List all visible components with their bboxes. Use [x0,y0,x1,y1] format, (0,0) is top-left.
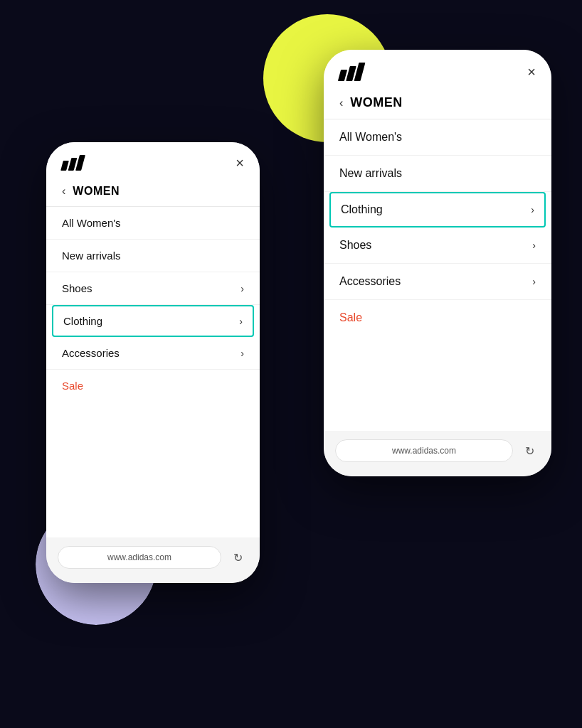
phone-footer-front: www.adidas.com ↻ [46,537,260,583]
menu-item-clothing-back[interactable]: Clothing › [329,192,546,228]
menu-label: Shoes [62,282,92,294]
menu-item-new-arrivals-front[interactable]: New arrivals [46,240,260,272]
menu-item-sale-back[interactable]: Sale [324,300,551,336]
adidas-logo-back [339,63,363,81]
menu-label: New arrivals [339,167,402,180]
menu-item-new-arrivals-back[interactable]: New arrivals [324,156,551,192]
phone-front: × ‹ WOMEN All Women's New arrivals Shoes… [46,142,260,583]
refresh-button-front[interactable]: ↻ [227,547,248,568]
menu-item-accessories-front[interactable]: Accessories › [46,337,260,370]
chevron-icon: › [532,240,536,251]
back-arrow-back[interactable]: ‹ [339,97,343,109]
back-arrow-front[interactable]: ‹ [62,185,65,198]
menu-item-all-womens-back[interactable]: All Women's [324,119,551,156]
menu-label: All Women's [62,217,121,229]
phone-front-header: × [46,142,260,178]
chevron-icon: › [240,283,244,294]
section-title-back: WOMEN [350,95,403,110]
menu-label: All Women's [339,131,402,144]
menu-item-accessories-back[interactable]: Accessories › [324,264,551,300]
menu-item-shoes-back[interactable]: Shoes › [324,228,551,264]
phone-back-header: × [324,50,551,88]
chevron-icon: › [239,316,243,327]
menu-list-back: All Women's New arrivals Clothing › Shoe… [324,119,551,431]
phone-footer-back: www.adidas.com ↻ [324,431,551,476]
menu-label: New arrivals [62,250,121,262]
menu-label: Clothing [63,315,102,327]
menu-label: Shoes [339,239,371,252]
menu-list-front: All Women's New arrivals Shoes › Clothin… [46,207,260,537]
menu-label: Sale [339,311,362,324]
url-bar-back[interactable]: www.adidas.com [335,439,513,462]
menu-item-all-womens-front[interactable]: All Women's [46,207,260,240]
menu-item-clothing-front[interactable]: Clothing › [52,305,254,337]
menu-label: Accessories [339,275,401,288]
url-bar-front[interactable]: www.adidas.com [58,546,221,569]
chevron-icon: › [240,348,244,359]
menu-item-shoes-front[interactable]: Shoes › [46,272,260,305]
phone-back: × ‹ WOMEN All Women's New arrivals Cloth… [324,50,551,476]
refresh-button-back[interactable]: ↻ [519,440,540,461]
close-button-back[interactable]: × [527,65,536,79]
menu-item-sale-front[interactable]: Sale [46,370,260,402]
chevron-icon: › [532,276,536,287]
menu-label: Sale [62,380,83,392]
adidas-logo-front [62,155,83,171]
menu-label: Clothing [341,203,383,216]
logo-stripe-3 [354,63,366,81]
menu-label: Accessories [62,347,120,359]
chevron-icon: › [531,204,534,215]
section-title-front: WOMEN [73,185,120,198]
nav-section-header-front: ‹ WOMEN [46,178,260,207]
nav-section-header-back: ‹ WOMEN [324,88,551,119]
close-button-front[interactable]: × [236,156,244,170]
